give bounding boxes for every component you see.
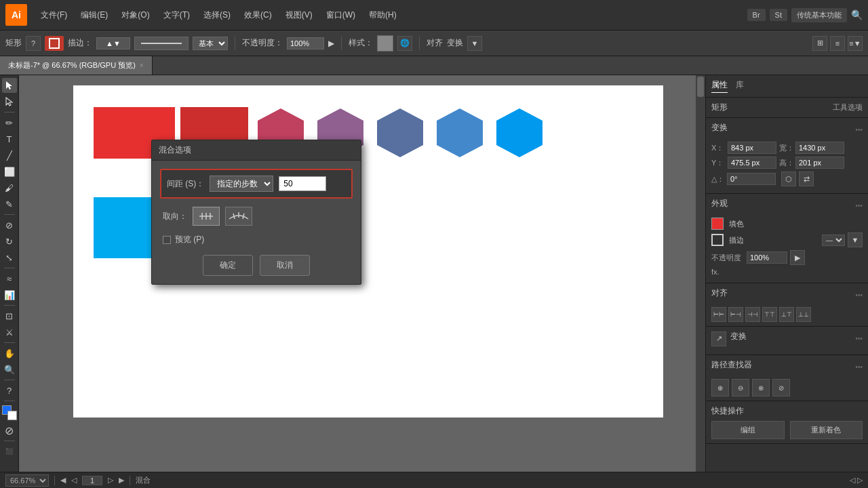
canvas-area[interactable]: 混合选项 间距 (S)： 指定的步数 取向：: [19, 75, 705, 472]
transform-arrow-btn[interactable]: ▼: [467, 36, 482, 51]
line-tool[interactable]: ╱: [2, 148, 17, 163]
orient-btn-horizontal[interactable]: [225, 207, 252, 226]
scroll-thumb[interactable]: [697, 77, 704, 97]
pf-intersect-btn[interactable]: ⊗: [752, 379, 770, 396]
eraser-tool[interactable]: ⊘: [2, 218, 17, 232]
shape-question-btn[interactable]: ?: [26, 36, 41, 51]
fill-color-swatch[interactable]: [711, 218, 724, 230]
options-btn[interactable]: ≡▼: [848, 36, 863, 51]
spacing-type-select[interactable]: 指定的步数: [210, 176, 273, 192]
vertical-scrollbar[interactable]: [696, 75, 705, 472]
opacity-input[interactable]: [287, 37, 324, 49]
list-view-btn[interactable]: ≡: [830, 36, 845, 51]
page-prev2-btn[interactable]: ◁: [71, 476, 77, 485]
preview-label: 预览 (P): [175, 234, 204, 245]
align-v-center-btn[interactable]: ⊥⊤: [779, 307, 794, 322]
style-color-box[interactable]: [377, 35, 393, 52]
text-tool[interactable]: T: [2, 131, 17, 146]
align-more-btn[interactable]: •••: [855, 291, 863, 299]
dialog-cancel-btn[interactable]: 取消: [260, 255, 310, 276]
dialog-ok-btn[interactable]: 确定: [203, 255, 253, 276]
constrain-proportion-btn[interactable]: ⬡: [781, 171, 796, 186]
page-prev-btn[interactable]: ◀: [60, 476, 66, 485]
align-bottom-edge-btn[interactable]: ⊥⊥: [796, 307, 811, 322]
panel-tab-library[interactable]: 库: [736, 79, 744, 93]
menu-effect[interactable]: 效果(C): [239, 7, 277, 24]
align-left-edge-btn[interactable]: ⊢⊢: [711, 307, 726, 322]
w-input[interactable]: [795, 142, 844, 154]
align-top-edge-btn[interactable]: ⊤⊤: [762, 307, 777, 322]
screen-mode-btn[interactable]: ⬛: [2, 444, 17, 459]
bridge-btn[interactable]: Br: [747, 9, 766, 21]
tool-option-btn[interactable]: 工具选项: [833, 102, 863, 113]
stroke-options-btn[interactable]: ▼: [848, 232, 863, 247]
workspace-btn[interactable]: 传统基本功能: [791, 8, 847, 22]
paint-brush-tool[interactable]: 🖌: [2, 180, 17, 195]
document-tab[interactable]: 未标题-7* @ 66.67% (RGB/GPU 预览) ×: [0, 56, 153, 75]
h-input[interactable]: [795, 157, 844, 169]
pen-tool[interactable]: ✏: [2, 115, 17, 130]
menu-help[interactable]: 帮助(H): [363, 7, 402, 24]
menu-view[interactable]: 视图(V): [280, 7, 318, 24]
opacity-arrow-btn[interactable]: ▶: [790, 250, 805, 265]
transform2-more-btn[interactable]: •••: [855, 335, 863, 342]
pf-exclude-btn[interactable]: ⊘: [772, 379, 790, 396]
none-fill[interactable]: ⊘: [2, 423, 17, 438]
align-h-center-btn[interactable]: ⊢⊣: [728, 307, 743, 322]
warp-tool[interactable]: ≈: [2, 271, 17, 286]
spacing-value-input[interactable]: [279, 176, 326, 191]
stroke-swatch[interactable]: [711, 234, 724, 246]
expand-icon[interactable]: ↗: [711, 331, 726, 346]
pathfinder-more-btn[interactable]: •••: [855, 363, 863, 371]
tools-sep-3: [4, 268, 15, 268]
pencil-tool[interactable]: ✎: [2, 197, 17, 211]
search-icon[interactable]: 🔍: [851, 9, 863, 20]
page-next-btn[interactable]: ▷: [108, 476, 113, 485]
background-color[interactable]: [7, 411, 17, 420]
recolor-btn[interactable]: 重新着色: [790, 421, 863, 439]
grid-view-btn[interactable]: ⊞: [812, 36, 827, 51]
direct-selection-tool[interactable]: [2, 94, 17, 109]
appearance-more-btn[interactable]: •••: [855, 202, 863, 209]
opacity-panel-input[interactable]: [747, 251, 787, 264]
angle-input[interactable]: [727, 173, 776, 185]
menu-edit[interactable]: 编辑(E): [75, 7, 113, 24]
group-btn[interactable]: 编组: [711, 421, 785, 439]
menu-select[interactable]: 选择(S): [198, 7, 236, 24]
y-input[interactable]: [728, 157, 776, 169]
help-btn[interactable]: ?: [2, 383, 17, 398]
tab-close-btn[interactable]: ×: [140, 62, 144, 69]
menu-text[interactable]: 文字(T): [158, 7, 195, 24]
zoom-select[interactable]: 66.67%: [5, 474, 49, 487]
slice-tool[interactable]: ⚔: [2, 325, 17, 340]
svg-marker-8: [496, 108, 542, 157]
flip-btn[interactable]: ⇄: [799, 171, 814, 186]
artboard-tool[interactable]: ⊡: [2, 308, 17, 323]
zoom-tool[interactable]: 🔍: [2, 362, 17, 377]
stroke-weight-select[interactable]: —: [822, 235, 845, 246]
align-right-edge-btn[interactable]: ⊣⊣: [745, 307, 760, 322]
x-input[interactable]: [728, 142, 776, 154]
shape-tool[interactable]: ⬜: [2, 164, 17, 179]
menu-file[interactable]: 文件(F): [35, 7, 73, 24]
rotate-tool[interactable]: ↻: [2, 234, 17, 249]
stock-btn[interactable]: St: [770, 9, 787, 21]
pf-unite-btn[interactable]: ⊕: [711, 379, 729, 396]
selection-tool[interactable]: [2, 78, 17, 93]
transform-more-btn[interactable]: •••: [855, 126, 863, 134]
menu-window[interactable]: 窗口(W): [321, 7, 361, 24]
scale-tool[interactable]: ⤡: [2, 250, 17, 265]
hand-tool[interactable]: ✋: [2, 346, 17, 361]
menu-object[interactable]: 对象(O): [116, 7, 155, 24]
orient-btn-vertical[interactable]: [193, 207, 220, 226]
dialog-title-bar[interactable]: 混合选项: [152, 140, 361, 161]
page-next2-btn[interactable]: ▶: [119, 476, 124, 485]
pf-minus-btn[interactable]: ⊖: [732, 379, 749, 396]
globe-icon[interactable]: 🌐: [397, 36, 412, 51]
stroke-type-select[interactable]: 基本: [193, 37, 228, 50]
graph-tool[interactable]: 📊: [2, 287, 17, 302]
preview-checkbox[interactable]: [163, 236, 171, 244]
stroke-color-btn[interactable]: [45, 36, 64, 51]
page-input[interactable]: [82, 476, 102, 485]
panel-tab-properties[interactable]: 属性: [711, 79, 728, 93]
